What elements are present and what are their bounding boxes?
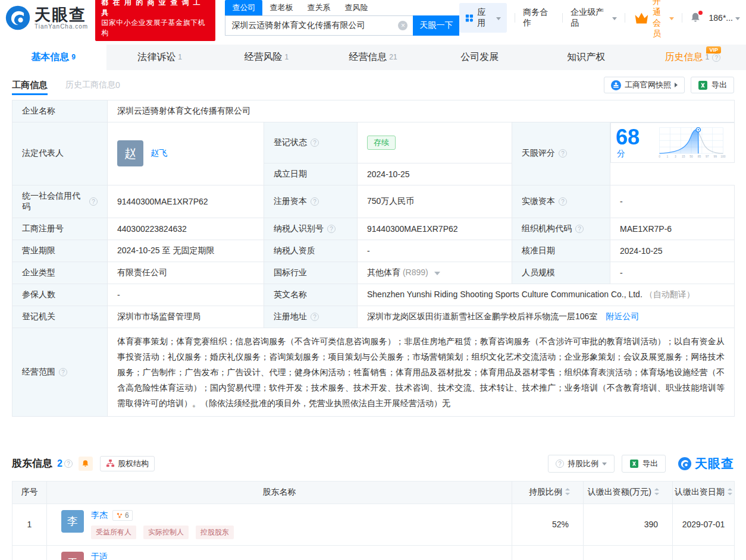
search-tab-relation[interactable]: 查关系 bbox=[300, 0, 337, 15]
est-date-value: 2024-10-25 bbox=[358, 163, 512, 185]
export-button[interactable]: 导出 bbox=[691, 77, 734, 93]
shareholder-link[interactable]: 于适 bbox=[91, 552, 108, 560]
shareholders-count: 2 bbox=[57, 458, 62, 469]
ratio-value: 52% bbox=[512, 504, 584, 545]
chevron-down-icon bbox=[669, 17, 674, 20]
legal-rep-link[interactable]: 赵飞 bbox=[151, 148, 167, 159]
search-button[interactable]: 天眼一下 bbox=[413, 15, 459, 36]
legal-rep-label: 法定代表人 bbox=[12, 122, 108, 185]
score-distribution-chart: 0 1 3 15 50 85 97 99 100 bbox=[653, 125, 729, 160]
monitor-bell-button[interactable] bbox=[79, 457, 93, 471]
shareholders-title: 股东信息 bbox=[12, 457, 52, 470]
tab-history-info[interactable]: VIP 历史信息1 bbox=[640, 45, 746, 70]
sub-tab-row: 工商信息 历史工商信息0 工商官网快照 导出 bbox=[0, 75, 746, 95]
svg-text:50: 50 bbox=[689, 155, 693, 158]
shareholders-table: 序号 股东名称 持股比例 认缴出资额(万元) 认缴出资日期 1 李 李杰 bbox=[12, 481, 735, 560]
chevron-down-icon[interactable] bbox=[434, 272, 440, 275]
help-icon[interactable] bbox=[89, 197, 98, 206]
help-icon[interactable] bbox=[712, 54, 720, 62]
taxpayer-id-value: 91440300MAE1XR7P62 bbox=[358, 218, 512, 240]
nav-enterprise-products[interactable]: 企业级产品 bbox=[571, 7, 617, 29]
clear-icon[interactable] bbox=[398, 21, 408, 30]
insured-label: 参保人数 bbox=[12, 284, 108, 306]
uscc-value: 91440300MAE1XR7P62 bbox=[108, 185, 264, 218]
search-input[interactable] bbox=[225, 15, 413, 36]
help-icon[interactable] bbox=[64, 460, 73, 468]
help-icon[interactable] bbox=[59, 368, 67, 376]
org-code-value: MAE1XR7P-6 bbox=[610, 218, 735, 240]
help-icon[interactable] bbox=[559, 197, 567, 206]
shareholder-link[interactable]: 李杰 bbox=[91, 510, 108, 521]
tab-legal-litigation[interactable]: 法律诉讼1 bbox=[106, 45, 213, 70]
tab-company-development[interactable]: 公司发展 bbox=[427, 45, 533, 70]
tab-intellectual-property[interactable]: 知识产权 bbox=[533, 45, 640, 70]
notification-dot bbox=[698, 11, 703, 15]
english-name-value: Shenzhen Yunshi Riding Shooting Sports C… bbox=[358, 284, 735, 306]
svg-text:85: 85 bbox=[697, 155, 701, 158]
tab-operation-info[interactable]: 经营信息21 bbox=[319, 45, 426, 70]
address-value: 深圳市龙岗区坂田街道新雪社区金鹏学校后祥乐物流一层106室 附近公司 bbox=[358, 306, 735, 328]
nav-apps[interactable]: 应用 bbox=[459, 3, 507, 33]
help-icon bbox=[556, 460, 564, 468]
shareholders-export-button[interactable]: 导出 bbox=[622, 455, 666, 473]
help-icon[interactable] bbox=[575, 225, 584, 233]
notification-bell[interactable] bbox=[690, 12, 701, 24]
tianyancha-logo[interactable]: 天眼查 TianYanCha.com bbox=[5, 5, 88, 31]
holding-ratio-filter[interactable]: 持股比例 bbox=[548, 455, 615, 473]
svg-text:97: 97 bbox=[706, 155, 709, 158]
stamp-icon bbox=[611, 80, 621, 90]
equity-structure-button[interactable]: 股权结构 bbox=[100, 456, 155, 471]
approval-date-value: 2024-10-25 bbox=[610, 240, 735, 262]
avatar[interactable]: 李 bbox=[61, 510, 84, 533]
chevron-down-icon bbox=[602, 463, 607, 465]
chevron-down-icon bbox=[496, 17, 501, 20]
col-date-sort[interactable]: 认缴出资日期 bbox=[673, 481, 735, 504]
taxpayer-quality-value: - bbox=[358, 240, 512, 262]
nav-open-vip[interactable]: 开通会员 bbox=[633, 0, 673, 39]
top-nav: 应用 商务合作 企业级产品 开通会员 186* bbox=[459, 0, 740, 39]
col-name: 股东名称 bbox=[47, 481, 512, 504]
search-tab-company[interactable]: 查公司 bbox=[225, 0, 262, 15]
help-icon[interactable] bbox=[311, 197, 319, 206]
company-type-value: 有限责任公司 bbox=[108, 262, 264, 284]
tab-operation-risk[interactable]: 经营风险1 bbox=[213, 45, 319, 70]
relation-count-badge[interactable]: 6 bbox=[112, 510, 133, 521]
col-amount-sort[interactable]: 认缴出资额(万元) bbox=[584, 481, 673, 504]
avatar[interactable]: 赵 bbox=[117, 140, 143, 166]
slogan-line2: 国家中小企业发展子基金旗下机构 bbox=[101, 18, 209, 38]
apps-grid-icon bbox=[465, 14, 474, 23]
term-label: 营业期限 bbox=[12, 240, 108, 262]
paid-capital-label: 实缴资本 bbox=[512, 185, 610, 218]
search-tabs: 查公司 查老板 查关系 查风险 bbox=[225, 0, 459, 15]
subtab-business-info[interactable]: 工商信息 bbox=[12, 75, 48, 95]
authority-label: 登记机关 bbox=[12, 306, 108, 328]
authority-value: 深圳市市场监督管理局 bbox=[108, 306, 264, 328]
avatar[interactable]: 于 bbox=[61, 552, 84, 560]
tab-basic-info[interactable]: 基本信息9 bbox=[0, 45, 106, 70]
help-icon[interactable] bbox=[311, 139, 319, 147]
amount-value: 360 bbox=[584, 545, 673, 560]
col-ratio-sort[interactable]: 持股比例 bbox=[512, 481, 584, 504]
company-name-label: 企业名称 bbox=[12, 100, 108, 122]
term-value: 2024-10-25 至 无固定期限 bbox=[108, 240, 264, 262]
help-icon[interactable] bbox=[327, 225, 336, 233]
official-snapshot-button[interactable]: 工商官网快照 bbox=[604, 77, 685, 93]
amount-value: 390 bbox=[584, 504, 673, 545]
search-tab-risk[interactable]: 查风险 bbox=[337, 0, 375, 15]
help-icon[interactable] bbox=[311, 313, 319, 321]
tianyancha-logo-icon bbox=[678, 457, 692, 471]
nearby-companies-link[interactable]: 附近公司 bbox=[606, 312, 639, 321]
table-row: 参保人数 - 英文名称 Shenzhen Yunshi Riding Shoot… bbox=[12, 284, 735, 306]
tianyancha-watermark: 天眼查 bbox=[678, 455, 734, 472]
industry-label: 国标行业 bbox=[264, 262, 358, 284]
org-chart-icon bbox=[106, 459, 115, 468]
uscc-label: 统一社会信用代码 bbox=[12, 185, 108, 218]
subtab-history-business-info[interactable]: 历史工商信息0 bbox=[65, 75, 120, 95]
nav-business-cooperation[interactable]: 商务合作 bbox=[523, 7, 554, 29]
nav-user-account[interactable]: 186*... bbox=[709, 13, 740, 23]
company-type-label: 企业类型 bbox=[12, 262, 108, 284]
table-row: 统一社会信用代码 91440300MAE1XR7P62 注册资本 750万人民币… bbox=[12, 185, 735, 218]
help-icon[interactable] bbox=[559, 149, 567, 158]
search-tab-boss[interactable]: 查老板 bbox=[262, 0, 300, 15]
business-info-table: 企业名称 深圳云适骑射体育文化传播有限公司 法定代表人 赵 赵飞 登记状态 存续… bbox=[12, 100, 735, 417]
